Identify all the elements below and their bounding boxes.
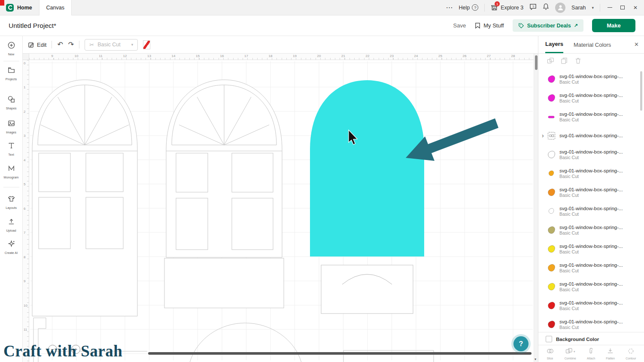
close-icon[interactable]: ✕ xyxy=(634,41,639,48)
sidebar-item-images[interactable]: Images xyxy=(0,119,22,134)
subscriber-deals-button[interactable]: Subscriber Deals ↗ xyxy=(513,19,583,32)
attach-button[interactable]: Attach xyxy=(587,348,595,360)
layer-thumbnail-icon xyxy=(547,169,556,178)
tab-layers[interactable]: Layers xyxy=(545,36,563,53)
close-button[interactable]: ✕ xyxy=(632,5,639,11)
slice-button[interactable]: Slice xyxy=(547,348,554,360)
layer-row[interactable]: svg-01-window-box-spring-...Basic Cut xyxy=(538,145,644,164)
my-stuff-button[interactable]: My Stuff xyxy=(474,22,504,29)
group-icon[interactable] xyxy=(547,57,554,66)
chevron-down-icon: ▾ xyxy=(574,350,575,353)
layer-row[interactable]: svg-01-window-box-spring-...Basic Cut xyxy=(538,107,644,126)
chevron-down-icon: ▾ xyxy=(131,42,134,47)
divider xyxy=(484,4,485,12)
cyan-arch-shape[interactable] xyxy=(310,80,424,256)
horizontal-scrollbar-thumb[interactable] xyxy=(148,352,532,355)
layer-row[interactable]: svg-01-window-box-spring-...Basic Cut xyxy=(538,258,644,277)
more-options-icon[interactable]: ⋯ xyxy=(446,4,453,11)
background-color-checkbox[interactable] xyxy=(546,336,552,342)
bell-icon[interactable] xyxy=(543,3,549,12)
avatar[interactable] xyxy=(555,3,565,13)
maximize-button[interactable] xyxy=(619,6,626,9)
layer-row[interactable]: ›svg-01-window-box-spring-... xyxy=(538,126,644,145)
layer-thumbnail-icon xyxy=(547,150,556,159)
edit-label: Edit xyxy=(37,42,46,48)
sidebar-item-shapes[interactable]: Shapes xyxy=(0,95,22,110)
layer-name: svg-01-window-box-spring-... xyxy=(559,244,628,249)
layer-row[interactable]: svg-01-window-box-spring-...Basic Cut xyxy=(538,183,644,202)
layer-row[interactable]: svg-01-window-box-spring-...Basic Cut xyxy=(538,296,644,315)
canvas-area[interactable]: 910111213141516171819202122232425262728 … xyxy=(23,54,538,362)
arc-rectangle-shape[interactable] xyxy=(321,265,413,314)
layer-row[interactable]: svg-01-window-box-spring-...Basic Cut xyxy=(538,164,644,183)
explore-menu[interactable]: 1 Explore 3 xyxy=(491,4,523,11)
layer-name: svg-01-window-box-spring-... xyxy=(559,74,628,79)
ruler-top: 910111213141516171819202122232425262728 xyxy=(29,54,534,60)
flatten-button[interactable]: Flatten xyxy=(606,348,615,360)
edit-menu-button[interactable]: Edit xyxy=(28,42,46,48)
scroll-down-icon[interactable]: ▾ xyxy=(535,357,536,361)
delete-icon[interactable] xyxy=(574,57,582,66)
redo-icon[interactable]: ↷ xyxy=(68,41,74,48)
layer-thumbnail-icon xyxy=(547,75,556,83)
ruler-left-number: 6 xyxy=(24,206,25,210)
layer-subtitle: Basic Cut xyxy=(559,174,628,179)
svg-text:?: ? xyxy=(532,4,535,8)
window-frame-left-shape[interactable] xyxy=(32,80,137,316)
layers-panel: Layers Material Colors ✕ svg-01-window-b… xyxy=(538,36,644,362)
layer-row[interactable]: svg-01-window-box-spring-...Basic Cut xyxy=(538,315,644,332)
linetype-select[interactable]: ✂ Basic Cut ▾ xyxy=(85,39,138,51)
contour-icon xyxy=(627,348,635,356)
layer-thumbnail-icon xyxy=(547,112,556,121)
chat-question-icon[interactable]: ? xyxy=(529,3,537,12)
red-slash-swatch-icon[interactable] xyxy=(143,40,150,49)
layer-row[interactable]: svg-01-window-box-spring-...Basic Cut xyxy=(538,220,644,239)
vertical-scrollbar[interactable]: ▾ xyxy=(534,54,538,362)
sidebar-item-monogram[interactable]: Monogram xyxy=(0,164,22,179)
sidebar-item-label: Upload xyxy=(6,229,16,232)
layer-row[interactable]: svg-01-window-box-spring-...Basic Cut xyxy=(538,202,644,220)
chevron-down-icon[interactable]: ▾ xyxy=(592,6,594,10)
make-button[interactable]: Make xyxy=(592,19,635,32)
project-header: Untitled Project* Save My Stuff Subscrib… xyxy=(0,15,644,36)
help-bubble-icon[interactable]: ? xyxy=(513,336,529,351)
vertical-scrollbar-thumb[interactable] xyxy=(535,55,538,70)
sidebar-item-label: Projects xyxy=(6,77,17,81)
ruler-top-number: 20 xyxy=(317,54,321,58)
ruler-top-number: 23 xyxy=(390,54,394,58)
minimize-button[interactable] xyxy=(606,7,613,8)
create-ai-icon xyxy=(7,240,15,250)
layer-row[interactable]: svg-01-window-box-spring-...Basic Cut xyxy=(538,69,644,88)
contour-button[interactable]: Contour xyxy=(626,348,636,360)
help-circle-icon: ? xyxy=(472,4,478,11)
tab-material-colors[interactable]: Material Colors xyxy=(574,36,611,53)
sidebar-item-projects[interactable]: Projects xyxy=(0,66,22,81)
layer-thumbnail-icon xyxy=(547,244,556,253)
window-frame-middle-shape[interactable] xyxy=(164,80,284,308)
images-icon xyxy=(7,119,15,129)
layer-row[interactable]: svg-01-window-box-spring-...Basic Cut xyxy=(538,239,644,258)
sidebar-item-upload[interactable]: Upload xyxy=(0,217,22,232)
save-button[interactable]: Save xyxy=(453,22,466,29)
ruler-top-number: 27 xyxy=(487,54,491,58)
sidebar-item-layouts[interactable]: Layouts xyxy=(0,195,22,210)
undo-icon[interactable]: ↶ xyxy=(57,41,63,48)
home-tab[interactable]: Home xyxy=(0,0,39,15)
linetype-value: Basic Cut xyxy=(97,42,128,48)
action-label: Attach xyxy=(587,357,595,360)
canvas-tab[interactable]: Canvas xyxy=(39,0,72,15)
combine-button[interactable]: ▾Combine xyxy=(565,348,576,360)
help-menu[interactable]: Help ? xyxy=(459,4,479,11)
layer-row[interactable]: svg-01-window-box-spring-...Basic Cut xyxy=(538,88,644,107)
ruler-left-number: 5 xyxy=(24,182,25,186)
layer-subtitle: Basic Cut xyxy=(559,211,628,217)
layer-row[interactable]: svg-01-window-box-spring-...Basic Cut xyxy=(538,277,644,296)
duplicate-icon[interactable] xyxy=(561,57,568,66)
ruler-left-number: 11 xyxy=(24,328,27,332)
sidebar-item-text[interactable]: Text xyxy=(0,142,22,157)
sidebar-item-new[interactable]: New xyxy=(0,41,22,56)
sidebar-item-create-ai[interactable]: Create AI xyxy=(0,240,22,255)
chevron-right-icon[interactable]: › xyxy=(542,132,547,139)
panel-scrollbar-thumb[interactable] xyxy=(640,71,642,111)
ruler-top-number: 9 xyxy=(51,54,53,58)
